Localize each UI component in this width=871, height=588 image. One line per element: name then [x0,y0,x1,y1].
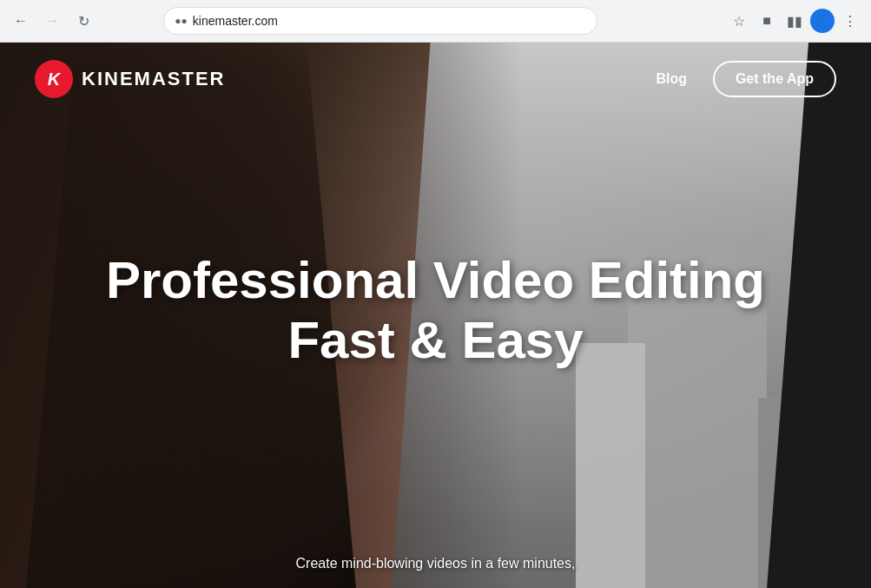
website-content: K KINEMASTER Blog Get the App Profession… [0,43,871,588]
browser-toolbar: ← → ↻ ●● kinemaster.com ☆ ■ ▮▮ 👤 ⋮ [0,0,871,42]
forward-button[interactable]: → [40,9,64,33]
address-bar[interactable]: ●● kinemaster.com [163,7,597,35]
browser-chrome: ← → ↻ ●● kinemaster.com ☆ ■ ▮▮ 👤 ⋮ [0,0,871,43]
extensions-button[interactable]: ■ [755,9,779,33]
logo-text: KINEMASTER [82,68,225,90]
hero-subtext-text: Create mind-blowing videos in a few minu… [296,556,576,571]
hero-text-container: Professional Video Editing Fast & Easy [0,250,871,370]
profile-avatar[interactable]: 👤 [810,9,835,33]
hero-heading: Professional Video Editing Fast & Easy [17,250,854,370]
back-button[interactable]: ← [9,9,33,33]
hero-heading-line2: Fast & Easy [287,311,583,369]
main-nav: K KINEMASTER Blog Get the App [0,43,871,116]
secure-icon: ●● [175,15,188,27]
refresh-button[interactable]: ↻ [71,9,96,33]
browser-actions: ☆ ■ ▮▮ 👤 ⋮ [727,9,862,33]
browser-menu-button[interactable]: ▮▮ [782,9,807,33]
nav-links: Blog Get the App [656,61,836,97]
logo-icon: K [35,60,73,98]
hero-subtext: Create mind-blowing videos in a few minu… [0,556,871,571]
hero-heading-line1: Professional Video Editing [106,251,765,309]
url-text: kinemaster.com [193,14,587,28]
more-options-button[interactable]: ⋮ [838,9,862,33]
blog-link[interactable]: Blog [656,71,687,87]
logo[interactable]: K KINEMASTER [35,60,225,98]
get-app-button[interactable]: Get the App [713,61,836,97]
bookmark-button[interactable]: ☆ [727,9,751,33]
